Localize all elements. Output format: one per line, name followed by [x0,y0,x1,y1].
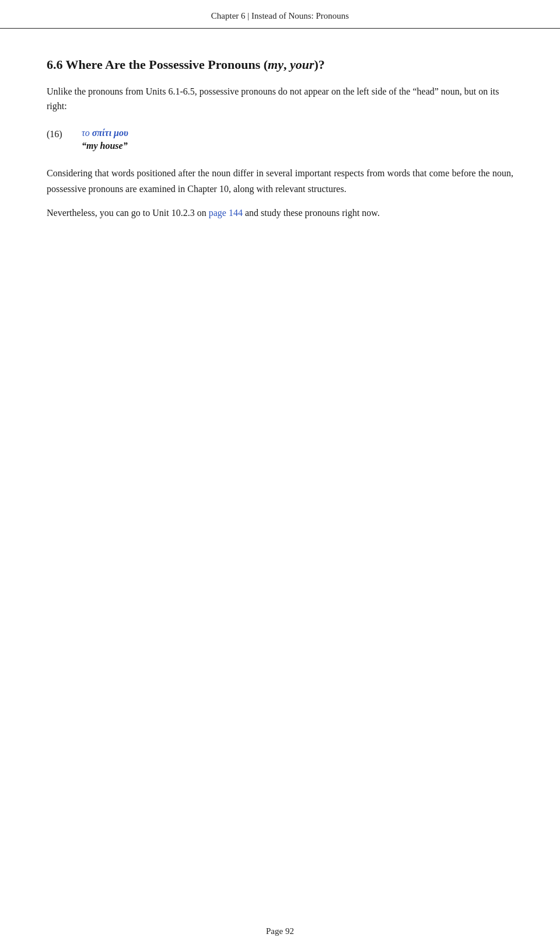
greek-line: το σπίτι μου [82,128,128,138]
paragraph-2-part1: Nevertheless, you can go to Unit 10.2.3 … [47,208,209,218]
section-heading: 6.6 Where Are the Possessive Pronouns (m… [47,57,513,74]
translation-open: “ [82,141,86,151]
page-header: Chapter 6 | Instead of Nouns: Pronouns [0,0,560,29]
section-heading-separator: , [284,57,290,72]
translation-bold: my house [86,141,123,151]
paragraph-2: Nevertheless, you can go to Unit 10.2.3 … [47,205,513,221]
paragraph-1: Considering that words positioned after … [47,165,513,197]
section-heading-italic1: my [268,57,284,72]
page-container: Chapter 6 | Instead of Nouns: Pronouns 6… [0,0,560,948]
paragraph-2-part2: and study these pronouns right now. [243,208,380,218]
example-block: (16) το σπίτι μου “my house” [47,128,513,151]
section-heading-text-before: 6.6 Where Are the Possessive Pronouns ( [47,57,268,72]
section-heading-end: )? [314,57,325,72]
translation-close: ” [123,141,128,151]
example-content: το σπίτι μου “my house” [82,128,128,151]
greek-bold: σπίτι μου [92,128,128,138]
page-number: Page 92 [266,926,294,936]
page-144-link[interactable]: page 144 [209,208,243,218]
section-heading-italic2: your [290,57,314,72]
example-number: (16) [47,128,82,140]
intro-paragraph: Unlike the pronouns from Units 6.1-6.5, … [47,84,513,114]
translation-line: “my house” [82,141,128,151]
greek-prefix: το [82,128,92,138]
page-footer: Page 92 [0,916,560,948]
page-content: 6.6 Where Are the Possessive Pronouns (m… [0,29,560,948]
header-title: Chapter 6 | Instead of Nouns: Pronouns [211,11,349,20]
